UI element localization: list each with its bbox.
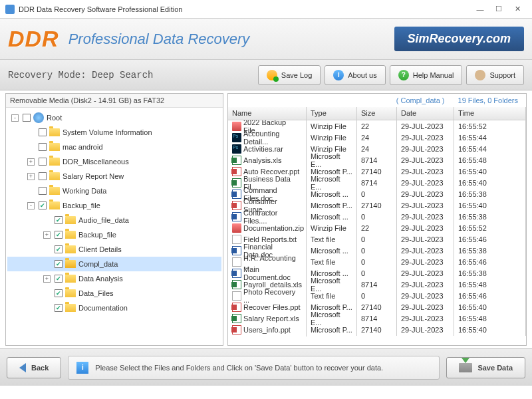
product-title: Professional Data Recovery [68,31,250,48]
expand-toggle[interactable]: - [27,202,35,209]
header: DDR Professional Data Recovery SimRecove… [0,19,532,60]
content: Removable Media (Disk2 - 14.91 GB) as FA… [0,90,532,348]
file-icon [232,156,241,165]
expand-toggle[interactable]: + [43,275,51,283]
folder-tree[interactable]: -RootSystem Volume Informationmac androi… [6,108,223,345]
tree-node[interactable]: +Backup_file [7,227,221,242]
file-row[interactable]: Documentation.zipWinzip File2229-JUL-202… [228,222,526,233]
file-name: Salary Report.xls [243,315,299,323]
file-icon [232,144,241,154]
tree-node[interactable]: Client Details [7,242,221,257]
file-icon [232,167,241,176]
close-button[interactable]: ✕ [508,3,527,16]
logo: DDR [8,26,59,52]
expand-toggle[interactable]: - [11,114,19,122]
tree-node[interactable]: Working Data [7,184,221,198]
file-row[interactable]: Main Document.docMicrosoft ...029-JUL-20… [228,267,526,279]
titlebar: DDR Data Recovery Software Professional … [0,0,532,19]
expand-toggle[interactable] [43,290,51,297]
checkbox[interactable] [55,260,63,268]
save-data-button[interactable]: Save Data [446,357,525,378]
checkbox[interactable] [55,216,63,224]
column-headers: Name Type Size Date Time [228,107,526,120]
folder-icon [49,172,60,180]
back-button[interactable]: Back [7,357,61,378]
minimize-button[interactable]: — [471,3,489,16]
tree-node[interactable]: Audio_file_data [7,213,221,227]
tree-node[interactable]: +Salary Report New [7,169,221,184]
checkbox[interactable] [55,289,63,297]
tree-node[interactable]: Documentation [7,301,221,315]
expand-toggle[interactable] [43,305,51,312]
tree-node[interactable]: Data_Files [7,286,221,301]
file-icon [232,325,241,334]
expand-toggle[interactable] [27,129,35,136]
tree-node[interactable]: mac android [7,140,221,154]
footer: Back iPlease Select the Files and Folder… [0,348,532,386]
expand-toggle[interactable] [43,261,51,268]
file-row[interactable]: Salary Report.xlsMicrosoft E...871429-JU… [228,313,526,324]
save-log-button[interactable]: Save Log [258,65,321,85]
tree-label: Root [47,114,62,122]
expand-toggle[interactable] [27,144,35,151]
tree-node[interactable]: +DDR_Miscellaneous [7,154,221,169]
file-list[interactable]: 2022 Backup File...Winzip File2229-JUL-2… [228,120,526,345]
tree-node[interactable]: Compl_data [7,257,221,271]
recovery-mode-label: Recovery Mode: Deep Search [8,70,254,80]
file-icon [232,178,241,188]
tree-node[interactable]: System Volume Information [7,125,221,140]
checkbox[interactable] [39,201,47,209]
tree-node[interactable]: -Backup_file [7,198,221,213]
checkbox[interactable] [23,114,31,122]
expand-toggle[interactable] [43,246,51,253]
tree-label: Backup_file [63,201,100,209]
checkbox[interactable] [55,245,63,253]
checkbox[interactable] [39,128,47,136]
file-icon [232,280,241,289]
tree-node[interactable]: -Root [7,110,221,125]
file-count-label: 19 Files, 0 Folders [458,96,518,104]
support-button[interactable]: Support [466,65,524,85]
folder-icon [65,260,76,268]
folder-icon [49,158,60,166]
expand-toggle[interactable]: + [43,231,51,239]
file-row[interactable]: Activities.rarWinzip File2429-JUL-202316… [228,143,526,154]
brand-link[interactable]: SimRecovery.com [394,27,524,51]
expand-toggle[interactable] [43,217,51,224]
expand-toggle[interactable] [27,188,35,195]
col-time[interactable]: Time [454,107,526,120]
checkbox[interactable] [39,172,47,180]
col-type[interactable]: Type [307,107,357,120]
tree-label: System Volume Information [63,128,152,136]
file-row[interactable]: Contractor Files....Microsoft ...029-JUL… [228,211,526,222]
col-size[interactable]: Size [357,107,397,120]
tree-label: Salary Report New [63,172,124,180]
checkbox[interactable] [39,158,47,166]
file-row[interactable]: Analysis.xlsMicrosoft E...871429-JUL-202… [228,154,526,166]
checkbox[interactable] [55,231,63,239]
file-icon [232,133,241,142]
col-name[interactable]: Name [228,107,307,120]
help-button[interactable]: ?Help Manual [390,65,463,85]
folder-icon [65,289,76,297]
checkbox[interactable] [39,143,47,151]
tree-node[interactable]: +Data Analysis [7,271,221,286]
tree-label: mac android [63,143,103,151]
checkbox[interactable] [39,187,47,195]
file-row[interactable]: Photo Recovery ...Text file029-JUL-20231… [228,290,526,301]
maximize-button[interactable]: ☐ [489,3,508,16]
expand-toggle[interactable]: + [27,173,35,180]
window-title: DDR Data Recovery Software Professional … [19,5,471,13]
file-row[interactable]: Users_info.pptMicrosoft P...2714029-JUL-… [228,324,526,335]
col-date[interactable]: Date [397,107,454,120]
about-button[interactable]: iAbout us [325,65,385,85]
expand-toggle[interactable]: + [27,158,35,166]
folder-icon [65,216,76,224]
checkbox[interactable] [55,304,63,312]
tree-panel: Removable Media (Disk2 - 14.91 GB) as FA… [5,93,223,346]
checkbox[interactable] [55,275,63,283]
file-row[interactable]: Recover Files.pptMicrosoft P...2714029-J… [228,301,526,313]
tree-label: Client Details [78,245,122,253]
toolbar: Recovery Mode: Deep Search Save Log iAbo… [0,60,532,90]
file-row[interactable]: Accounting Detail...Winzip File2429-JUL-… [228,132,526,143]
